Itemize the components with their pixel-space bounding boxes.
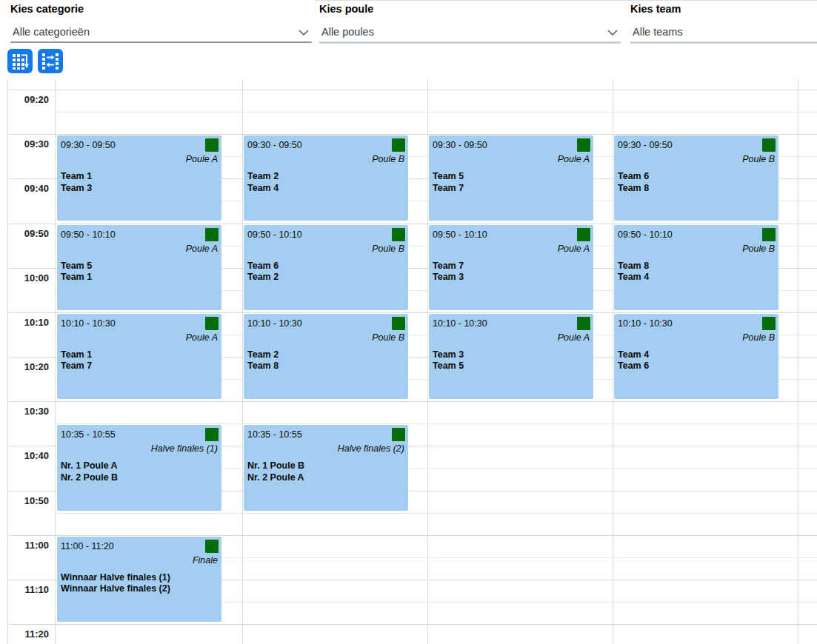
- match-time: 10:10 - 10:30: [61, 318, 218, 330]
- tournament-schedule-app: Kies categorie Alle categorieën Kies pou…: [0, 0, 817, 644]
- match-group: Poule B: [247, 244, 404, 255]
- match-card[interactable]: 10:35 - 10:55Halve finales (1)Nr. 1 Poul…: [57, 425, 221, 510]
- team-name: Team 5: [61, 261, 218, 272]
- match-card[interactable]: 09:30 - 09:50Poule ATeam 5Team 7: [429, 135, 593, 221]
- match-time: 10:10 - 10:30: [433, 318, 590, 330]
- team-name: Team 4: [618, 349, 775, 361]
- match-teams: Team 8Team 4: [618, 261, 775, 284]
- status-indicator: [392, 317, 405, 330]
- status-indicator: [762, 317, 776, 330]
- match-card[interactable]: 10:35 - 10:55Halve finales (2)Nr. 1 Poul…: [244, 425, 408, 510]
- time-label: 11:10: [0, 580, 49, 600]
- team-name: Team 4: [618, 272, 775, 284]
- match-card[interactable]: 09:50 - 10:10Poule BTeam 8Team 4: [614, 225, 778, 310]
- match-card[interactable]: 11:00 - 11:20FinaleWinnaar Halve finales…: [57, 537, 221, 622]
- status-indicator: [205, 540, 219, 553]
- match-group: Poule A: [433, 332, 590, 343]
- team-name: Team 6: [618, 360, 775, 372]
- time-label: 10:30: [0, 402, 49, 421]
- grid-line-horizontal-minor: [55, 513, 817, 514]
- match-teams: Team 4Team 6: [618, 349, 775, 372]
- match-card[interactable]: 10:10 - 10:30Poule BTeam 2Team 8: [244, 314, 408, 399]
- grid-line-horizontal-minor: [55, 112, 817, 113]
- time-label: 11:00: [0, 536, 49, 555]
- match-teams: Team 6Team 8: [618, 171, 775, 194]
- status-indicator: [577, 138, 590, 152]
- grid-line-vertical: [55, 79, 56, 644]
- grid-line-horizontal: [7, 401, 817, 402]
- match-group: Poule B: [618, 154, 775, 165]
- grid-line-vertical: [427, 79, 428, 644]
- time-label: 10:20: [0, 358, 49, 377]
- time-label: 11:20: [0, 625, 49, 644]
- match-time: 10:35 - 10:55: [247, 429, 404, 441]
- match-group: Poule A: [433, 154, 590, 165]
- grid-line-horizontal-minor: [55, 423, 817, 424]
- match-card[interactable]: 10:10 - 10:30Poule BTeam 4Team 6: [614, 314, 778, 399]
- grid-line-vertical: [613, 79, 613, 644]
- match-card[interactable]: 10:10 - 10:30Poule ATeam 3Team 5: [429, 314, 593, 399]
- grid-line-horizontal: [7, 312, 817, 313]
- team-name: Team 5: [433, 360, 590, 372]
- time-label: 10:10: [0, 313, 49, 332]
- match-time: 09:50 - 10:10: [61, 229, 218, 241]
- team-name: Nr. 2 Poule B: [61, 472, 218, 484]
- match-teams: Team 1Team 7: [61, 349, 218, 372]
- team-name: Nr. 1 Poule A: [61, 460, 218, 472]
- status-indicator: [205, 428, 219, 441]
- team-name: Team 6: [618, 171, 775, 183]
- match-card[interactable]: 09:50 - 10:10Poule BTeam 6Team 2: [244, 225, 408, 310]
- match-teams: Team 3Team 5: [433, 349, 590, 372]
- grid-line-vertical: [242, 79, 243, 644]
- team-name: Team 5: [433, 171, 590, 183]
- status-indicator: [392, 228, 405, 241]
- match-teams: Winnaar Halve finales (1)Winnaar Halve f…: [61, 572, 218, 595]
- match-time: 09:30 - 09:50: [61, 139, 218, 152]
- status-indicator: [577, 228, 590, 241]
- team-name: Team 2: [247, 171, 404, 183]
- match-time: 09:50 - 10:10: [247, 229, 404, 241]
- match-card[interactable]: 09:50 - 10:10Poule ATeam 7Team 3: [429, 225, 593, 310]
- team-name: Team 6: [247, 261, 404, 272]
- match-card[interactable]: 09:50 - 10:10Poule ATeam 5Team 1: [57, 225, 221, 310]
- match-card[interactable]: 09:30 - 09:50Poule ATeam 1Team 3: [57, 135, 221, 221]
- grid-line-horizontal: [7, 134, 817, 135]
- status-indicator: [392, 138, 405, 152]
- team-name: Team 7: [61, 360, 218, 372]
- match-teams: Team 7Team 3: [433, 261, 590, 284]
- team-name: Winnaar Halve finales (2): [61, 583, 218, 595]
- time-label: 09:30: [0, 135, 49, 154]
- time-label: 10:40: [0, 446, 49, 466]
- match-group: Poule B: [247, 154, 404, 165]
- match-group: Halve finales (1): [61, 443, 218, 455]
- team-name: Team 1: [61, 171, 218, 183]
- team-name: Team 4: [247, 183, 404, 195]
- grid-line-horizontal: [7, 535, 817, 536]
- time-label: 09:20: [0, 90, 49, 110]
- match-time: 09:30 - 09:50: [433, 139, 590, 152]
- match-card[interactable]: 10:10 - 10:30Poule ATeam 1Team 7: [57, 314, 221, 399]
- time-label: 09:40: [0, 179, 49, 198]
- status-indicator: [577, 317, 590, 330]
- team-name: Team 7: [433, 261, 590, 272]
- match-card[interactable]: 09:30 - 09:50Poule BTeam 6Team 8: [614, 135, 778, 221]
- status-indicator: [205, 138, 219, 152]
- match-time: 09:30 - 09:50: [247, 139, 404, 152]
- match-card[interactable]: 09:30 - 09:50Poule BTeam 2Team 4: [244, 135, 408, 221]
- match-teams: Team 5Team 7: [433, 171, 590, 194]
- team-name: Team 3: [61, 183, 218, 195]
- match-group: Poule A: [61, 244, 218, 255]
- match-time: 09:50 - 10:10: [433, 229, 590, 241]
- team-name: Team 1: [61, 349, 218, 361]
- match-teams: Team 2Team 4: [247, 171, 404, 194]
- team-name: Team 3: [433, 272, 590, 284]
- time-label: 10:50: [0, 492, 49, 511]
- match-time: 10:10 - 10:30: [247, 318, 404, 330]
- match-group: Halve finales (2): [247, 443, 404, 455]
- team-name: Nr. 2 Poule A: [247, 472, 404, 484]
- time-label: 10:00: [0, 269, 49, 288]
- match-group: Poule B: [618, 332, 775, 343]
- team-name: Team 2: [247, 349, 404, 361]
- team-name: Team 8: [618, 183, 775, 195]
- team-name: Team 8: [247, 360, 404, 372]
